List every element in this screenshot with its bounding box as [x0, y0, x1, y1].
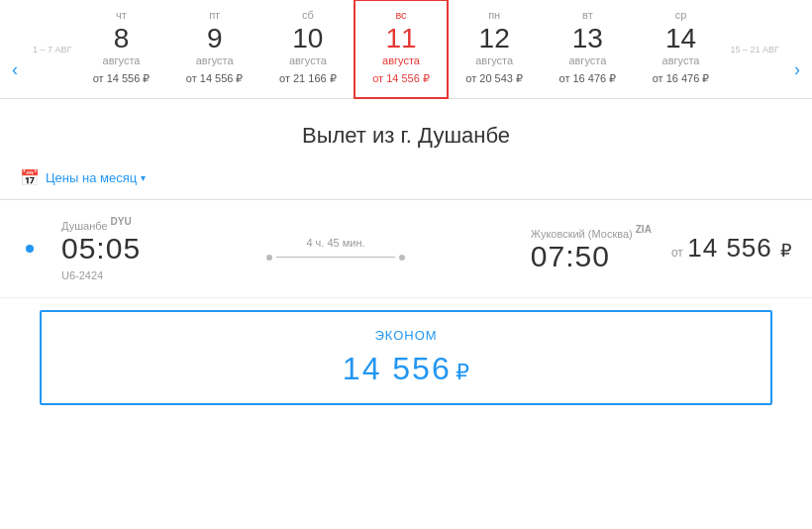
month-name-tue: августа — [546, 54, 629, 66]
day-cell-wed[interactable]: СР 14 августа от 16 476 ₽ — [634, 0, 727, 98]
flight-price-value: 14 556 ₽ — [687, 233, 792, 263]
month-name-fri: августа — [173, 54, 256, 66]
flight-header-section: Вылет из г. Душанбе — [0, 99, 812, 164]
line-end-dot — [399, 255, 405, 261]
arrival-info: Жуковский (Москва) ZIA 07:50 — [531, 224, 652, 273]
flight-price-section: от 14 556 ₽ — [671, 233, 792, 264]
day-name-fri: ПТ — [173, 9, 256, 21]
day-number-wed: 14 — [639, 25, 722, 53]
departure-time: 05:05 — [61, 232, 141, 265]
day-name-tue: ВТ — [546, 9, 629, 21]
currency-symbol: ₽ — [780, 241, 792, 261]
departure-info: Душанбе DYU 05:05 U6-2424 — [61, 216, 141, 281]
day-price-sat: от 21 166 ₽ — [266, 72, 350, 85]
day-cell-thu[interactable]: ЧТ 8 августа от 14 556 ₽ — [74, 0, 167, 98]
day-price-mon: от 20 543 ₽ — [453, 72, 536, 85]
chevron-down-icon: ▾ — [141, 172, 146, 183]
fare-section: ЭКОНОМ 14 556 ₽ — [0, 298, 812, 417]
price-from-label: от — [671, 246, 683, 260]
prev-week-button[interactable]: ‹ — [0, 59, 30, 80]
day-number-sat: 10 — [266, 25, 350, 53]
calendar-section: ‹ 1 – 7 АВГ ЧТ 8 августа от 14 556 ₽ ПТ … — [0, 0, 812, 99]
line-start-dot — [266, 255, 272, 261]
fare-currency-symbol: ₽ — [456, 360, 469, 384]
month-name-thu: августа — [79, 54, 162, 66]
month-selector-label: Цены на месяц — [46, 170, 137, 185]
day-cell-tue[interactable]: ВТ 13 августа от 16 476 ₽ — [541, 0, 634, 98]
expand-dot-icon — [26, 245, 34, 253]
day-name-wed: СР — [639, 9, 722, 21]
day-number-sun: 11 — [359, 25, 443, 53]
expand-toggle[interactable] — [26, 245, 42, 253]
day-price-thu: от 14 556 ₽ — [79, 72, 162, 85]
day-cell-mon[interactable]: ПН 12 августа от 20 543 ₽ — [448, 0, 541, 98]
flight-destination-title: Вылет из г. Душанбе — [0, 123, 812, 149]
arrival-city: Жуковский (Москва) ZIA — [531, 224, 652, 240]
day-cell-sat[interactable]: СБ 10 августа от 21 166 ₽ — [261, 0, 355, 98]
day-price-wed: от 16 476 ₽ — [639, 72, 722, 85]
day-number-fri: 9 — [173, 25, 256, 53]
day-number-tue: 13 — [546, 25, 629, 53]
day-name-mon: ПН — [453, 9, 536, 21]
next-week-button[interactable]: › — [782, 59, 812, 80]
day-number-mon: 12 — [453, 25, 536, 53]
departure-city: Душанбе DYU — [61, 216, 141, 232]
month-name-sat: августа — [266, 54, 350, 66]
day-cell-sun[interactable]: ВС 11 августа от 14 556 ₽ — [354, 0, 449, 99]
duration-line-bar — [276, 257, 395, 258]
duration-section: 4 ч. 45 мин. — [160, 237, 511, 261]
day-name-sat: СБ — [266, 9, 350, 21]
fare-price-value: 14 556 — [343, 351, 452, 386]
month-selector[interactable]: Цены на месяц ▾ — [46, 170, 146, 185]
day-price-tue: от 16 476 ₽ — [546, 72, 629, 85]
arrival-time: 07:50 — [531, 240, 652, 273]
duration-label: 4 ч. 45 мин. — [160, 237, 511, 249]
month-name-sun: августа — [359, 54, 443, 66]
days-row: ‹ 1 – 7 АВГ ЧТ 8 августа от 14 556 ₽ ПТ … — [0, 0, 812, 98]
day-number-thu: 8 — [79, 25, 162, 53]
right-week-label: 15 – 21 АВГ — [728, 0, 782, 98]
month-name-wed: августа — [639, 54, 722, 66]
day-price-sun: от 14 556 ₽ — [359, 72, 443, 85]
arrival-code: ZIA — [636, 224, 652, 235]
day-name-thu: ЧТ — [79, 9, 162, 21]
departure-code: DYU — [111, 216, 132, 227]
days-container: ЧТ 8 августа от 14 556 ₽ ПТ 9 августа от… — [74, 0, 727, 98]
flight-number: U6-2424 — [61, 269, 141, 281]
left-week-label: 1 – 7 АВГ — [30, 0, 74, 98]
fare-card[interactable]: ЭКОНОМ 14 556 ₽ — [40, 310, 772, 405]
day-price-fri: от 14 556 ₽ — [173, 72, 256, 85]
day-name-sun: ВС — [359, 9, 443, 21]
flight-card: Душанбе DYU 05:05 U6-2424 4 ч. 45 мин. Ж… — [0, 200, 812, 298]
calendar-icon: 📅 — [20, 168, 40, 187]
day-cell-fri[interactable]: ПТ 9 августа от 14 556 ₽ — [168, 0, 261, 98]
duration-line — [160, 255, 511, 261]
fare-class-label: ЭКОНОМ — [61, 328, 751, 343]
flight-info-row: Душанбе DYU 05:05 U6-2424 4 ч. 45 мин. Ж… — [20, 216, 792, 281]
fare-price-row: 14 556 ₽ — [61, 351, 751, 387]
month-name-mon: августа — [453, 54, 536, 66]
controls-row: 📅 Цены на месяц ▾ — [0, 164, 812, 200]
